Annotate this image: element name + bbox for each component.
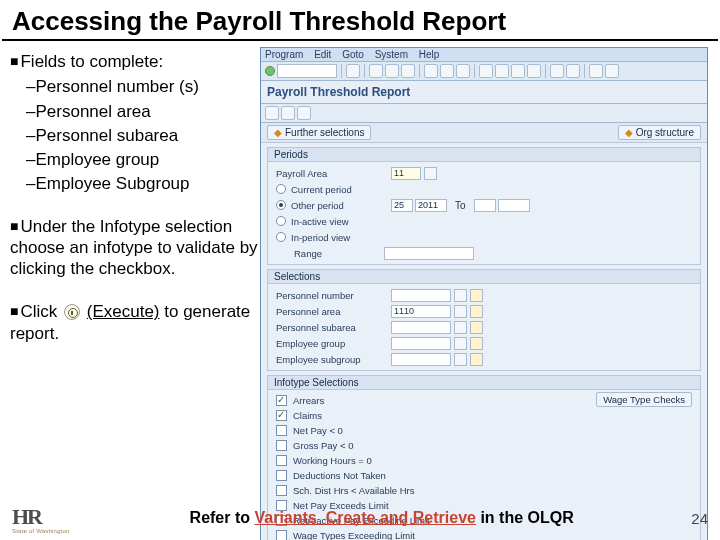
- other-period-label: Other period: [291, 200, 391, 211]
- menu-system[interactable]: System: [375, 49, 408, 60]
- execute-label: (Execute): [87, 302, 160, 321]
- inactive-view-label: In-active view: [291, 216, 349, 227]
- selection-row: Employee subgroup: [276, 351, 692, 367]
- menu-help[interactable]: Help: [419, 49, 440, 60]
- selection-input[interactable]: [391, 353, 451, 366]
- hr-logo: HR State of Washington: [12, 504, 72, 532]
- infotype-row: Gross Pay < 0: [276, 438, 692, 453]
- exit-icon[interactable]: [385, 64, 399, 78]
- current-period-label: Current period: [291, 184, 352, 195]
- variants-link[interactable]: Variants_Create and Retrieve: [254, 509, 475, 526]
- multiple-selection-icon[interactable]: [470, 337, 483, 350]
- matchcode-icon[interactable]: [454, 305, 467, 318]
- bullet-square: ■: [10, 53, 18, 69]
- footer-reference: Refer to Variants_Create and Retrieve in…: [72, 509, 691, 527]
- infotype-checkbox[interactable]: [276, 395, 287, 406]
- selection-row: Personnel number: [276, 287, 692, 303]
- radio-current-period[interactable]: [276, 184, 286, 194]
- selection-input[interactable]: [391, 289, 451, 302]
- infotype-row: Net Pay < 0: [276, 423, 692, 438]
- menu-goto[interactable]: Goto: [342, 49, 364, 60]
- periods-panel: Periods Payroll Area 11 Current period O…: [267, 147, 701, 265]
- sap-selection-bar: ◆Further selections ◆Org structure: [261, 123, 707, 143]
- range-input[interactable]: [384, 247, 474, 260]
- last-page-icon[interactable]: [527, 64, 541, 78]
- menu-edit[interactable]: Edit: [314, 49, 331, 60]
- infotype-label: Claims: [293, 410, 322, 421]
- selection-input[interactable]: [391, 321, 451, 334]
- matchcode-icon[interactable]: [454, 321, 467, 334]
- selections-header: Selections: [268, 270, 700, 284]
- infotype-row: Sch. Dist Hrs < Available Hrs: [276, 483, 692, 498]
- bullet-square: ■: [10, 218, 18, 234]
- selection-input[interactable]: 1110: [391, 305, 451, 318]
- print-icon[interactable]: [424, 64, 438, 78]
- other-period-period-input[interactable]: 25: [391, 199, 413, 212]
- fields-heading: Fields to complete:: [20, 52, 163, 71]
- payroll-area-label: Payroll Area: [276, 168, 391, 179]
- multiple-selection-icon[interactable]: [470, 289, 483, 302]
- sap-menubar[interactable]: Program Edit Goto System Help: [261, 48, 707, 62]
- infotype-row: Working Hours = 0: [276, 453, 692, 468]
- selection-label: Employee group: [276, 338, 391, 349]
- infotype-checkbox[interactable]: [276, 440, 287, 451]
- periods-header: Periods: [268, 148, 700, 162]
- prev-page-icon[interactable]: [495, 64, 509, 78]
- save-variant-button[interactable]: [297, 106, 311, 120]
- multiple-selection-icon[interactable]: [470, 305, 483, 318]
- click-label: Click: [20, 302, 57, 321]
- next-page-icon[interactable]: [511, 64, 525, 78]
- matchcode-icon[interactable]: [454, 353, 467, 366]
- matchcode-icon[interactable]: [454, 289, 467, 302]
- wage-type-checks-button[interactable]: Wage Type Checks: [596, 392, 692, 407]
- selection-label: Personnel area: [276, 306, 391, 317]
- find-next-icon[interactable]: [456, 64, 470, 78]
- other-period-to-year-input[interactable]: [498, 199, 530, 212]
- other-period-to-period-input[interactable]: [474, 199, 496, 212]
- save-icon[interactable]: [346, 64, 360, 78]
- matchcode-icon[interactable]: [454, 337, 467, 350]
- other-period-year-input[interactable]: 2011: [415, 199, 447, 212]
- layout-icon[interactable]: [605, 64, 619, 78]
- radio-other-period[interactable]: [276, 200, 286, 210]
- infotype-instruction: Under the Infotype selection choose an i…: [10, 217, 258, 279]
- infotype-header: Infotype Selections: [268, 376, 700, 390]
- new-session-icon[interactable]: [550, 64, 564, 78]
- find-icon[interactable]: [440, 64, 454, 78]
- cancel-icon[interactable]: [401, 64, 415, 78]
- multiple-selection-icon[interactable]: [470, 353, 483, 366]
- menu-program[interactable]: Program: [265, 49, 303, 60]
- selection-row: Personnel area1110: [276, 303, 692, 319]
- command-field[interactable]: [277, 64, 337, 78]
- payroll-area-input[interactable]: 11: [391, 167, 421, 180]
- help-icon[interactable]: [589, 64, 603, 78]
- org-structure-button[interactable]: ◆Org structure: [618, 125, 701, 140]
- infotype-label: Sch. Dist Hrs < Available Hrs: [293, 485, 415, 496]
- selections-panel: Selections Personnel numberPersonnel are…: [267, 269, 701, 371]
- bullet-square: ■: [10, 303, 18, 319]
- infotype-label: Deductions Not Taken: [293, 470, 386, 481]
- infotype-checkbox[interactable]: [276, 410, 287, 421]
- infotype-checkbox[interactable]: [276, 425, 287, 436]
- selection-input[interactable]: [391, 337, 451, 350]
- first-page-icon[interactable]: [479, 64, 493, 78]
- infotype-checkbox[interactable]: [276, 485, 287, 496]
- execute-button[interactable]: [265, 106, 279, 120]
- radio-inactive-view[interactable]: [276, 216, 286, 226]
- infotype-checkbox[interactable]: [276, 455, 287, 466]
- back-icon[interactable]: [369, 64, 383, 78]
- selection-row: Employee group: [276, 335, 692, 351]
- radio-inperiod-view[interactable]: [276, 232, 286, 242]
- shortcut-icon[interactable]: [566, 64, 580, 78]
- matchcode-icon[interactable]: [424, 167, 437, 180]
- infotype-checkbox[interactable]: [276, 470, 287, 481]
- inperiod-view-label: In-period view: [291, 232, 350, 243]
- infotype-label: Working Hours = 0: [293, 455, 372, 466]
- sap-report-title: Payroll Threshold Report: [261, 81, 707, 104]
- multiple-selection-icon[interactable]: [470, 321, 483, 334]
- further-selections-button[interactable]: ◆Further selections: [267, 125, 371, 140]
- get-variant-button[interactable]: [281, 106, 295, 120]
- left-column: ■Fields to complete: –Personnel number (…: [0, 47, 260, 540]
- page-number: 24: [691, 510, 708, 527]
- enter-icon[interactable]: [265, 66, 275, 76]
